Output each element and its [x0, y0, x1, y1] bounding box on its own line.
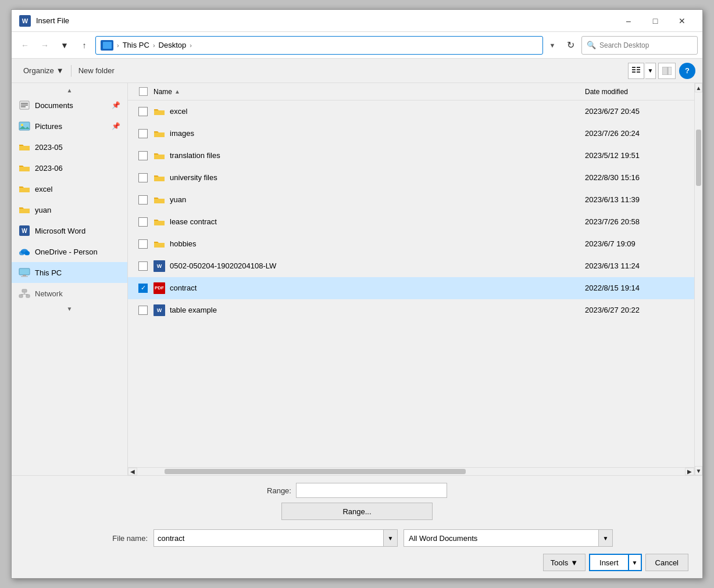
onedrive-icon: [19, 246, 30, 257]
sidebar-item-documents[interactable]: Documents 📌: [12, 95, 127, 116]
horizontal-scrollbar[interactable]: ◀ ▶: [128, 467, 694, 475]
documents-icon: [19, 99, 30, 111]
table-row[interactable]: hobbies 2023/6/7 19:09: [128, 233, 694, 255]
header-checkbox[interactable]: [139, 87, 148, 96]
back-button[interactable]: ←: [16, 37, 34, 54]
help-button[interactable]: ?: [679, 63, 695, 79]
file-list-scroll[interactable]: Name ▲ Date modified: [128, 83, 694, 467]
checkbox[interactable]: [138, 107, 148, 116]
view-buttons: ▼: [628, 63, 656, 79]
sidebar-scroll-down[interactable]: ▼: [12, 304, 127, 313]
sidebar-item-microsoft-word[interactable]: W Microsoft Word: [12, 220, 127, 241]
scroll-left-arrow[interactable]: ◀: [128, 468, 137, 475]
row-check: [133, 129, 153, 138]
cancel-button[interactable]: Cancel: [645, 554, 688, 571]
table-row[interactable]: excel 2023/6/27 20:45: [128, 101, 694, 123]
file-list: Name ▲ Date modified: [128, 83, 694, 321]
address-dropdown-button[interactable]: ▼: [545, 37, 559, 54]
checkbox[interactable]: [138, 239, 148, 249]
organize-button[interactable]: Organize ▼: [19, 62, 69, 80]
search-input[interactable]: [599, 41, 692, 49]
forward-button[interactable]: →: [36, 37, 53, 54]
file-date: 2022/8/30 15:16: [585, 173, 690, 182]
table-row[interactable]: W table example 2023/6/27 20:22: [128, 299, 694, 321]
checkbox[interactable]: [138, 173, 148, 182]
close-button[interactable]: ✕: [669, 12, 695, 30]
range-button[interactable]: Range...: [281, 503, 433, 520]
sidebar-item-yuan[interactable]: yuan: [12, 199, 127, 220]
range-input[interactable]: [296, 483, 447, 498]
sidebar-item-this-pc[interactable]: This PC: [12, 262, 127, 283]
sidebar-item-2023-06[interactable]: 2023-06: [12, 157, 127, 178]
table-row[interactable]: translation files 2023/5/12 19:51: [128, 145, 694, 167]
table-row[interactable]: W 0502-050204-19020204108-LW 2023/6/13 1…: [128, 255, 694, 277]
sidebar-label-onedrive: OneDrive - Person: [35, 248, 120, 256]
filename-dropdown-button[interactable]: ▼: [383, 530, 397, 546]
view-list-button[interactable]: [628, 63, 644, 79]
file-name-col: yuan: [153, 194, 585, 206]
table-row[interactable]: lease contract 2023/7/26 20:58: [128, 211, 694, 233]
scroll-up-arrow[interactable]: ▲: [695, 83, 702, 92]
sidebar-item-excel[interactable]: excel: [12, 178, 127, 199]
insert-button[interactable]: Insert: [590, 555, 628, 570]
range-row: Range:: [21, 483, 693, 498]
table-row[interactable]: images 2023/7/26 20:24: [128, 123, 694, 145]
view-dropdown-button[interactable]: ▼: [645, 63, 656, 79]
header-name[interactable]: Name ▲: [153, 88, 585, 96]
filetype-dropdown-button[interactable]: ▼: [598, 530, 612, 546]
table-row[interactable]: university files 2022/8/30 15:16: [128, 167, 694, 189]
refresh-button[interactable]: ↻: [562, 37, 579, 54]
sidebar-item-onedrive[interactable]: OneDrive - Person: [12, 241, 127, 262]
checkbox[interactable]: [138, 261, 148, 271]
scroll-right-arrow[interactable]: ▶: [685, 468, 694, 475]
table-row[interactable]: ✓ PDF contract 2022/8/15 19:14: [128, 277, 694, 299]
thispc-icon: [19, 267, 30, 278]
checkbox-checked[interactable]: ✓: [138, 284, 148, 293]
sidebar-scroll-up[interactable]: ▲: [12, 85, 127, 95]
svg-rect-18: [23, 275, 26, 276]
file-list-area: Name ▲ Date modified: [128, 83, 702, 475]
file-list-header: Name ▲ Date modified: [128, 83, 694, 101]
file-date: 2023/5/12 19:51: [585, 151, 690, 160]
filetype-label: All Word Documents: [404, 534, 598, 543]
scroll-track[interactable]: [695, 92, 702, 466]
file-name: hobbies: [170, 239, 197, 248]
svg-rect-5: [637, 71, 640, 73]
filename-input[interactable]: [154, 530, 383, 546]
folder-icon-yuan: [19, 204, 30, 216]
file-name-col: university files: [153, 172, 585, 184]
pin-icon-2: 📌: [112, 122, 120, 130]
checkbox[interactable]: [138, 195, 148, 205]
insert-dropdown-button[interactable]: ▼: [628, 555, 641, 570]
window-controls: – □ ✕: [615, 12, 695, 30]
filename-row: File name: ▼ All Word Documents ▼: [21, 529, 693, 547]
svg-point-13: [21, 124, 23, 126]
table-row[interactable]: yuan 2023/6/13 11:39: [128, 189, 694, 211]
scroll-down-arrow[interactable]: ▼: [695, 466, 702, 475]
svg-rect-19: [21, 276, 28, 277]
sidebar-item-pictures[interactable]: Pictures 📌: [12, 116, 127, 137]
vertical-scrollbar[interactable]: ▲ ▼: [694, 83, 702, 475]
file-name: excel: [170, 107, 187, 116]
new-folder-button[interactable]: New folder: [74, 62, 119, 80]
scroll-track[interactable]: [137, 468, 685, 475]
filename-input-wrapper: ▼: [153, 529, 398, 547]
dropdown-button[interactable]: ▼: [56, 37, 73, 54]
preview-button[interactable]: [658, 63, 676, 79]
sidebar-item-2023-05[interactable]: 2023-05: [12, 137, 127, 157]
minimize-button[interactable]: –: [615, 12, 642, 30]
sidebar-item-network[interactable]: Network: [12, 283, 127, 304]
row-check: [133, 151, 153, 160]
checkbox[interactable]: [138, 129, 148, 138]
checkbox[interactable]: [138, 306, 148, 315]
up-button[interactable]: ↑: [76, 37, 93, 54]
checkbox[interactable]: [138, 151, 148, 160]
address-path[interactable]: › This PC › Desktop ›: [95, 36, 543, 55]
scroll-thumb[interactable]: [696, 130, 701, 185]
checkbox[interactable]: [138, 217, 148, 227]
tools-button[interactable]: Tools ▼: [543, 554, 586, 571]
bottom-section: Range: Range... File name: ▼ All Word Do…: [12, 475, 702, 578]
scroll-thumb[interactable]: [165, 469, 466, 474]
header-date[interactable]: Date modified: [585, 88, 690, 96]
maximize-button[interactable]: □: [642, 12, 669, 30]
